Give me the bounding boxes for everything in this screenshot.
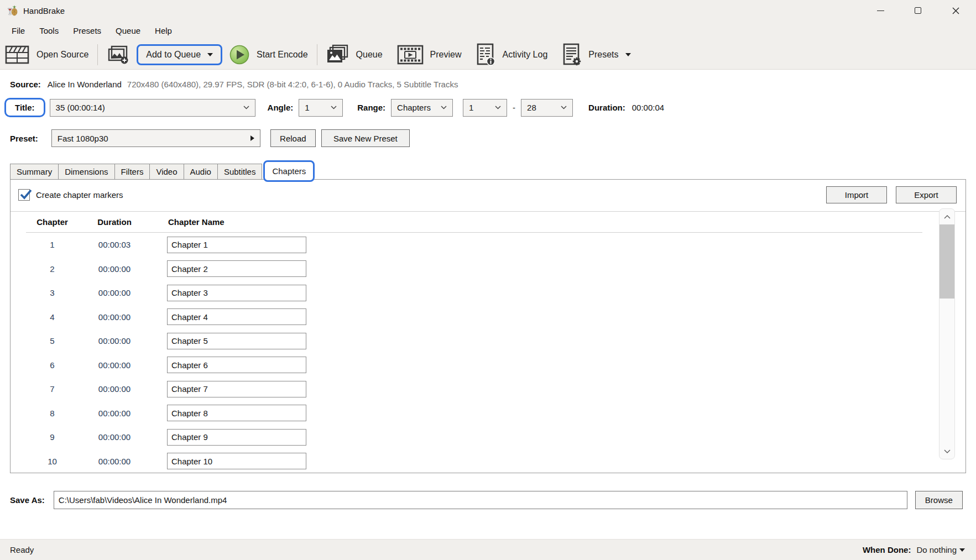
when-done-select[interactable]: Do nothing (916, 545, 957, 554)
toolbar-separator (317, 44, 317, 65)
table-row: 100:00:03 (11, 233, 965, 257)
tab-video[interactable]: Video (150, 164, 184, 180)
chapter-name-cell (150, 429, 965, 446)
title-select[interactable]: 35 (00:00:14) (50, 99, 255, 117)
chapter-duration-cell: 00:00:03 (79, 240, 150, 249)
range-end-select[interactable]: 28 (521, 99, 573, 117)
create-chapter-markers-checkbox[interactable] (18, 189, 30, 201)
preset-label: Preset: (10, 134, 38, 143)
import-button[interactable]: Import (826, 186, 887, 203)
clapperboard-icon (4, 44, 30, 66)
chapter-name-input[interactable] (167, 237, 306, 253)
preview-button[interactable]: Preview (397, 44, 462, 65)
menu-queue[interactable]: Queue (108, 21, 148, 40)
chapter-duration-cell: 00:00:00 (79, 457, 150, 466)
tab-audio[interactable]: Audio (184, 164, 218, 180)
tab-strip: Summary Dimensions Filters Video Audio S… (0, 158, 976, 180)
queue-label: Queue (356, 50, 383, 60)
chapter-name-cell (150, 381, 965, 397)
chapter-name-input[interactable] (167, 405, 306, 421)
table-row: 500:00:00 (11, 329, 965, 353)
chevron-down-icon (959, 548, 965, 552)
tab-chapters[interactable]: Chapters (263, 160, 315, 182)
export-button[interactable]: Export (896, 186, 957, 203)
range-start-select[interactable]: 1 (463, 99, 507, 117)
open-source-button[interactable]: Open Source (4, 44, 88, 66)
chapter-name-cell (150, 285, 965, 301)
title-label: Title: (15, 103, 35, 112)
title-select-value: 35 (00:00:14) (56, 103, 105, 112)
save-as-row: Save As: Browse (0, 491, 976, 509)
tab-subtitles[interactable]: Subtitles (218, 164, 263, 180)
activity-log-icon (476, 43, 495, 66)
chapter-name-input[interactable] (167, 429, 306, 446)
chevron-up-icon (944, 215, 951, 219)
menu-bar: File Tools Presets Queue Help (0, 21, 976, 40)
scrollbar-thumb[interactable] (940, 224, 954, 299)
chapter-name-cell (150, 333, 965, 349)
range-type-select[interactable]: Chapters (391, 99, 453, 117)
duration-value: 00:00:04 (632, 103, 664, 112)
chapter-name-input[interactable] (167, 285, 306, 301)
menu-file[interactable]: File (4, 21, 32, 40)
title-label-highlight: Title: (4, 98, 45, 117)
table-row: 300:00:00 (11, 281, 965, 305)
presets-toolbar-button[interactable]: Presets (562, 43, 630, 66)
close-button[interactable] (947, 2, 964, 19)
range-type-value: Chapters (397, 103, 431, 112)
chapter-number-cell: 6 (26, 360, 79, 370)
range-end-value: 28 (527, 103, 536, 112)
chevron-down-icon (944, 449, 951, 453)
angle-select-value: 1 (305, 103, 309, 112)
angle-label: Angle: (268, 103, 294, 112)
tab-summary[interactable]: Summary (10, 164, 59, 180)
range-start-value: 1 (469, 103, 473, 112)
angle-select[interactable]: 1 (299, 99, 343, 117)
chapter-name-input[interactable] (167, 333, 306, 349)
chapter-name-input[interactable] (167, 381, 306, 397)
chapter-name-input[interactable] (167, 357, 306, 373)
chapter-name-cell (150, 260, 965, 277)
activity-log-button[interactable]: Activity Log (476, 43, 547, 66)
table-row: 200:00:00 (11, 257, 965, 281)
vertical-scrollbar[interactable] (939, 208, 955, 459)
chapter-number-cell: 7 (26, 384, 79, 394)
save-as-label: Save As: (10, 495, 45, 505)
scrollbar-down-button[interactable] (940, 443, 954, 459)
menu-help[interactable]: Help (148, 21, 179, 40)
tab-filters[interactable]: Filters (115, 164, 150, 180)
table-row: 900:00:00 (11, 425, 965, 449)
start-encode-label: Start Encode (257, 50, 308, 60)
menu-tools[interactable]: Tools (32, 21, 66, 40)
maximize-button[interactable] (910, 2, 926, 19)
tab-dimensions[interactable]: Dimensions (59, 164, 114, 180)
close-icon (952, 7, 959, 14)
duration-label: Duration: (588, 103, 625, 112)
play-icon (229, 44, 250, 65)
table-row: 1000:00:00 (11, 449, 965, 474)
chapters-table-header: Chapter Duration Chapter Name (11, 212, 965, 232)
scrollbar-up-button[interactable] (940, 209, 954, 224)
chapter-name-cell (150, 308, 965, 325)
save-as-input[interactable] (54, 491, 907, 509)
reload-button[interactable]: Reload (270, 129, 316, 147)
header-duration: Duration (79, 217, 150, 227)
menu-presets[interactable]: Presets (66, 21, 108, 40)
handbrake-logo-icon (7, 4, 19, 17)
table-row: 600:00:00 (11, 353, 965, 378)
chapter-name-input[interactable] (167, 260, 306, 277)
queue-button[interactable]: Queue (326, 44, 383, 65)
add-to-queue-label: Add to Queue (146, 50, 201, 60)
minimize-button[interactable] (872, 2, 889, 19)
start-encode-button[interactable]: Start Encode (229, 44, 308, 65)
chapter-name-input[interactable] (167, 308, 306, 325)
preset-select[interactable]: Fast 1080p30 (51, 129, 260, 147)
save-new-preset-button[interactable]: Save New Preset (321, 129, 410, 147)
add-to-queue-button[interactable]: Add to Queue (137, 44, 222, 65)
source-name: Alice In Wonderland (48, 80, 122, 89)
window-title: HandBrake (23, 6, 65, 15)
browse-button[interactable]: Browse (915, 491, 963, 509)
chevron-down-icon (495, 106, 501, 109)
chevron-down-icon (207, 53, 213, 56)
chapter-name-input[interactable] (167, 453, 306, 469)
